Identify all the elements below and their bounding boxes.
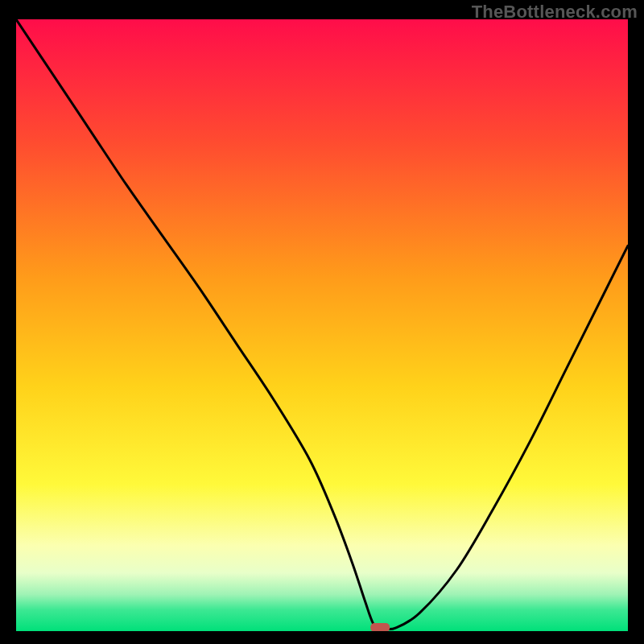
bottleneck-chart — [16, 19, 628, 631]
chart-background — [16, 19, 628, 631]
chart-frame: TheBottleneck.com — [0, 0, 644, 644]
chart-optimum-marker — [370, 623, 390, 631]
